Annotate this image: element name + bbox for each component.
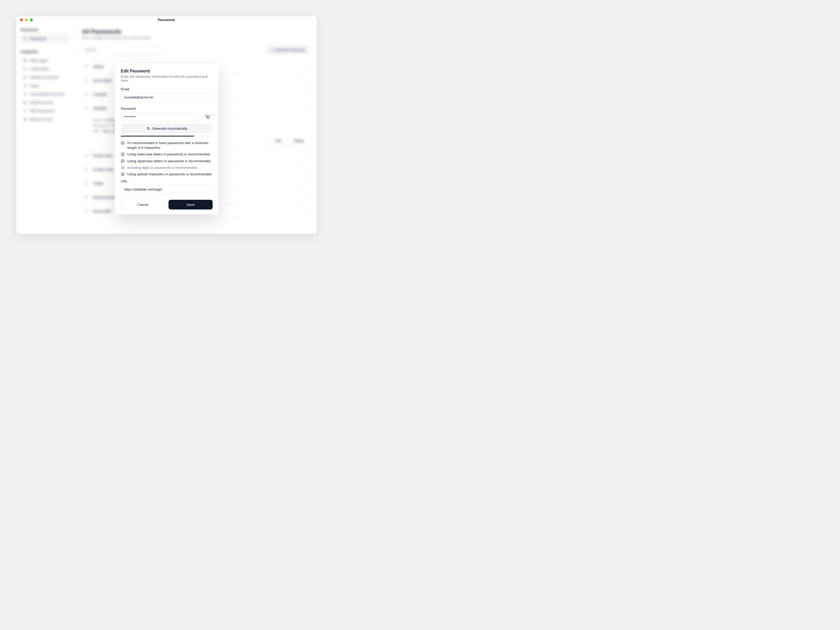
key-icon	[84, 78, 89, 83]
password-strength-bar	[121, 136, 213, 136]
url-label: URL	[121, 179, 213, 183]
page-subtitle: View, manage and access your secured dat…	[82, 36, 309, 39]
password-row-title: LinkedIn	[93, 92, 107, 96]
key-icon	[84, 209, 89, 214]
check-circle-icon	[121, 172, 125, 176]
password-check-item: Using lowercase letters in passwords is …	[121, 152, 213, 157]
sidebar-item-label: Bank Accounts	[30, 117, 52, 121]
email-field-group: Email	[121, 87, 213, 102]
svg-point-6	[26, 93, 26, 93]
delete-button[interactable]: Delete	[289, 137, 309, 145]
check-text: Using uppercase letters in passwords is …	[127, 159, 211, 164]
chevron-down-icon	[303, 154, 306, 158]
note-icon	[23, 84, 27, 88]
svg-point-14	[85, 169, 86, 171]
wifi-icon	[23, 109, 27, 113]
password-checks: It's recommended to have passwords with …	[121, 141, 213, 177]
titlebar: Passwords	[16, 16, 317, 22]
svg-point-5	[24, 93, 25, 94]
chevron-down-icon	[303, 196, 306, 199]
email-label: Email	[121, 87, 213, 91]
sidebar-item-label: Credit Cards	[30, 67, 49, 71]
modal-title: Edit Password	[121, 69, 213, 74]
edit-button[interactable]: Edit	[270, 137, 286, 145]
window-title: Passwords	[20, 18, 313, 22]
password-check-item: Using special characters in passwords is…	[121, 172, 213, 177]
check-text: Using special characters in passwords is…	[127, 172, 212, 177]
svg-point-1	[24, 59, 27, 62]
chevron-down-icon	[303, 79, 306, 82]
toggle-password-visibility-button[interactable]	[203, 112, 213, 121]
toolbar: Add New Password	[82, 46, 309, 55]
svg-rect-2	[24, 68, 27, 70]
check-text: Including digits in passwords is recomme…	[127, 165, 198, 170]
sidebar-item-social-media-accounts[interactable]: Social Media Accounts	[21, 90, 69, 98]
svg-point-12	[85, 108, 86, 109]
globe-icon	[23, 58, 27, 63]
sidebar-item-label: Identity Documents	[30, 75, 59, 79]
password-field[interactable]	[121, 112, 200, 121]
cancel-button[interactable]: Cancel	[121, 200, 165, 210]
sidebar: PasswordsPasswordsCategoriesWeb LoginsCr…	[16, 22, 74, 234]
svg-point-15	[85, 183, 86, 185]
check-circle-icon	[121, 159, 125, 163]
add-new-password-button[interactable]: Add New Password	[266, 46, 309, 55]
svg-rect-3	[24, 76, 27, 78]
people-icon	[23, 92, 27, 96]
search-input[interactable]	[82, 46, 161, 55]
chevron-down-icon	[303, 182, 306, 185]
sidebar-item-web-logins[interactable]: Web Logins	[21, 56, 69, 65]
password-check-item: Including digits in passwords is recomme…	[121, 165, 213, 170]
modal-subtitle: Enter the necessary information to edit …	[121, 74, 213, 82]
svg-point-9	[85, 66, 86, 68]
svg-point-19	[121, 142, 124, 144]
sidebar-item-passwords[interactable]: Passwords	[21, 35, 69, 43]
password-check-item: It's recommended to have passwords with …	[121, 141, 213, 150]
x-circle-icon	[121, 166, 125, 170]
edit-password-modal: Edit Password Enter the necessary inform…	[115, 63, 219, 215]
svg-point-23	[121, 173, 124, 175]
password-row-title: Acme Bank	[93, 79, 112, 83]
password-row-title: Home WiFi	[93, 209, 111, 213]
close-window-button[interactable]	[20, 18, 23, 21]
generate-button-label: Generate Automatically	[152, 126, 187, 131]
sidebar-item-notes[interactable]: Notes	[21, 81, 69, 90]
password-strength-fill	[121, 136, 194, 136]
id-icon	[23, 75, 27, 79]
generate-password-button[interactable]: Generate Automatically	[121, 124, 213, 133]
add-button-label: Add New Password	[275, 48, 305, 52]
chevron-down-icon	[303, 65, 306, 68]
sidebar-item-label: Web Logins	[30, 58, 48, 63]
svg-point-16	[85, 197, 86, 199]
svg-point-20	[121, 153, 124, 156]
password-row-title: Github	[93, 65, 104, 69]
sparkle-icon	[146, 126, 150, 131]
card-icon	[23, 67, 27, 71]
svg-rect-7	[24, 101, 27, 103]
email-field[interactable]	[121, 93, 213, 102]
save-button[interactable]: Save	[169, 200, 213, 210]
url-field-group: URL	[121, 179, 213, 194]
password-field-group: Password	[121, 107, 213, 177]
sidebar-item-identity-documents[interactable]: Identity Documents	[21, 73, 69, 81]
svg-point-17	[85, 211, 86, 212]
sidebar-section-title: Passwords	[21, 28, 69, 32]
url-field[interactable]	[121, 185, 213, 194]
maximize-window-button[interactable]	[30, 18, 33, 21]
key-icon	[84, 167, 89, 172]
minimize-window-button[interactable]	[25, 18, 28, 21]
key-icon	[84, 106, 89, 111]
sidebar-section-title: Categories	[21, 50, 69, 54]
sidebar-item-email-accounts[interactable]: Email Accounts	[21, 98, 69, 107]
key-icon	[84, 64, 89, 69]
svg-rect-0	[24, 38, 26, 40]
key-icon	[84, 181, 89, 186]
password-row-title: Email Account	[93, 195, 116, 199]
sidebar-item-wifi-passwords[interactable]: WiFi Passwords	[21, 107, 69, 115]
password-label: Password	[121, 107, 213, 111]
password-row-title: Credit Card	[93, 153, 112, 158]
sidebar-item-bank-accounts[interactable]: Bank Accounts	[21, 115, 69, 123]
sidebar-item-credit-cards[interactable]: Credit Cards	[21, 65, 69, 73]
sidebar-item-label: Notes	[30, 84, 39, 88]
svg-point-21	[121, 159, 124, 162]
